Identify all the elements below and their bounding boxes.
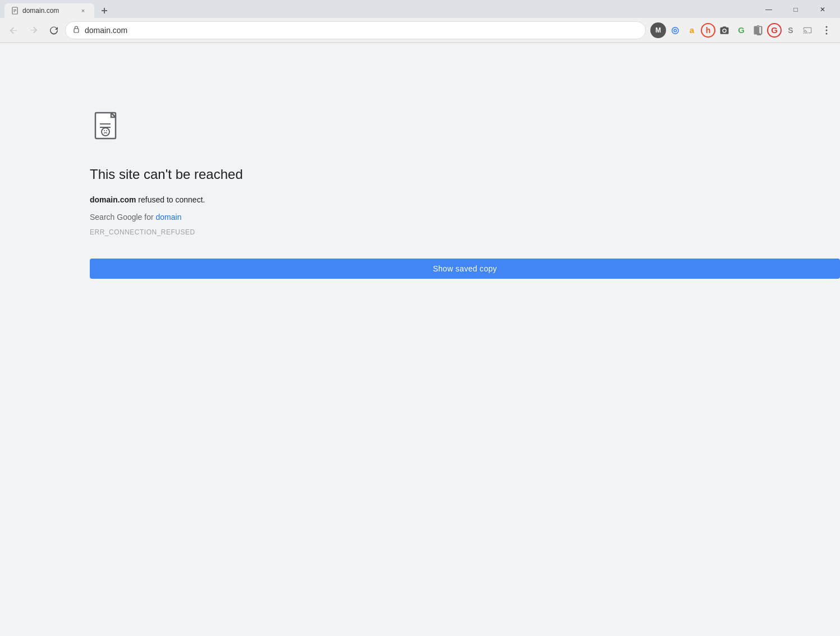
error-search-prefix: Search Google for <box>90 213 156 222</box>
tab-title: domain.com <box>22 7 75 15</box>
forward-button[interactable] <box>25 21 43 39</box>
extension-a-icon[interactable]: a <box>684 22 700 38</box>
minimize-button[interactable]: — <box>756 3 782 16</box>
browser-window: domain.com × — □ ✕ <box>0 0 840 636</box>
extension-cast-icon[interactable] <box>800 22 815 38</box>
extension-q-icon[interactable]: ◎ <box>667 22 683 38</box>
error-code: ERR_CONNECTION_REFUSED <box>90 228 840 236</box>
error-title: This site can't be reached <box>90 167 840 182</box>
extension-clipboard-icon[interactable] <box>750 22 766 38</box>
tab-bar: domain.com × <box>4 0 112 18</box>
tab-close-button[interactable]: × <box>79 6 88 15</box>
address-bar[interactable] <box>65 21 646 39</box>
svg-point-13 <box>106 130 107 131</box>
back-button[interactable] <box>4 21 22 39</box>
maximize-button[interactable]: □ <box>783 3 809 16</box>
extension-g-red-icon[interactable]: G <box>767 23 782 38</box>
title-bar: domain.com × — □ ✕ <box>0 0 840 18</box>
show-saved-copy-button[interactable]: Show saved copy <box>90 259 840 279</box>
error-desc-suffix: refused to connect. <box>136 195 205 204</box>
new-tab-button[interactable] <box>97 3 112 18</box>
tab-favicon-icon <box>11 7 19 15</box>
window-controls: — □ ✕ <box>756 3 836 16</box>
extensions-bar: M ◎ a h G G S <box>650 22 815 38</box>
extension-s-icon[interactable]: S <box>783 22 798 38</box>
error-page: This site can't be reached domain.com re… <box>0 43 840 636</box>
address-security-icon <box>72 25 80 35</box>
extension-h-icon[interactable]: h <box>701 23 715 38</box>
svg-point-5 <box>826 26 828 27</box>
error-search-link[interactable]: domain <box>156 213 182 222</box>
browser-menu-button[interactable] <box>818 21 836 39</box>
browser-tab[interactable]: domain.com × <box>4 3 94 18</box>
error-icon-wrap <box>90 110 840 149</box>
extension-m-icon[interactable]: M <box>650 22 666 38</box>
close-button[interactable]: ✕ <box>810 3 836 16</box>
address-input[interactable] <box>85 26 639 35</box>
svg-point-6 <box>826 29 828 31</box>
svg-rect-4 <box>74 29 79 33</box>
svg-point-7 <box>826 33 828 34</box>
browser-toolbar: M ◎ a h G G S <box>0 18 840 43</box>
extension-g-green-icon[interactable]: G <box>733 22 749 38</box>
extension-camera-icon[interactable] <box>717 22 732 38</box>
svg-point-12 <box>104 130 105 131</box>
error-domain: domain.com <box>90 195 136 204</box>
reload-button[interactable] <box>45 21 63 39</box>
error-search: Search Google for domain <box>90 213 840 222</box>
error-description: domain.com refused to connect. <box>90 193 840 206</box>
error-file-icon <box>90 110 126 146</box>
